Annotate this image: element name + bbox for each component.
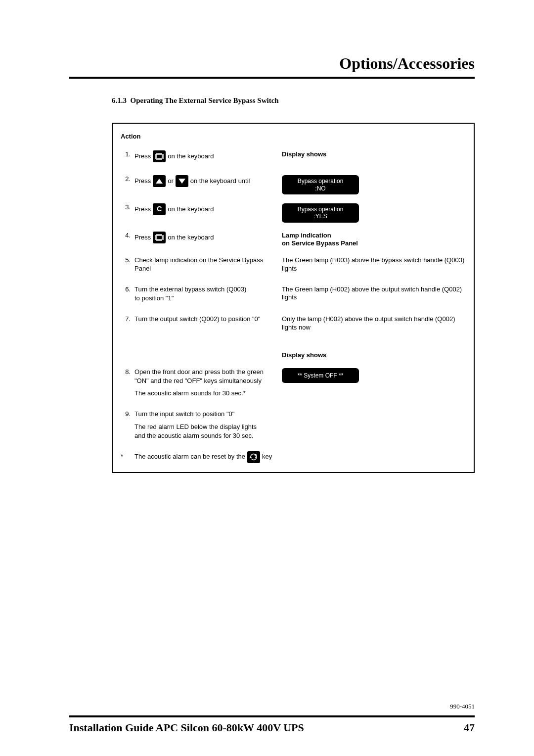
svg-marker-6	[178, 179, 185, 184]
text: to position "1"	[134, 294, 277, 302]
step-result: Display shows	[277, 150, 466, 158]
text: Lamp indication	[282, 232, 331, 239]
step-action: Press or on the keyboard until	[134, 175, 277, 187]
step-action: Open the front door and press both the g…	[134, 368, 277, 385]
step-row: 1. Press on the keyboard Display shows	[121, 150, 466, 162]
step-note: The red alarm LED below the display ligh…	[121, 423, 466, 440]
step-result: Display shows	[277, 351, 466, 359]
text: The red alarm LED below the display ligh…	[134, 423, 277, 440]
step-number: 6.	[121, 285, 131, 293]
footer-title: Installation Guide APC Silcon 60-80kW 40…	[69, 721, 304, 734]
step-row: 3. Press C on the keyboard Bypass operat…	[121, 203, 466, 223]
step-result: Lamp indication on Service Bypass Panel	[277, 232, 466, 248]
document-page: Options/Accessories 6.1.3 Operating The …	[0, 0, 534, 756]
text: Turn the external bypass switch (Q003)	[134, 285, 246, 293]
procedure-box: Action 1. Press on the keyboard Display …	[112, 123, 475, 473]
text: and the acoustic alarm sounds for 30 sec…	[134, 432, 277, 440]
step-number: 8.	[121, 368, 131, 376]
svg-rect-7	[156, 236, 162, 239]
step-action: Press on the keyboard	[134, 232, 277, 243]
step-result: The Green lamp (H002) above the output s…	[277, 285, 466, 302]
step-result: The Green lamp (H003) above the bypass s…	[277, 256, 466, 273]
step-row: Display shows	[121, 351, 466, 359]
text: The acoustic alarm sounds for 30 sec.*	[134, 389, 277, 397]
step-row: 9. Turn the input switch to position "0"	[121, 410, 466, 418]
lcd-display: Bypass operation :YES	[282, 203, 359, 223]
text: Press	[134, 205, 151, 213]
footnote-star: *	[121, 453, 131, 461]
section-heading: 6.1.3 Operating The External Service Byp…	[112, 96, 475, 105]
step-action: Turn the external bypass switch (Q003) t…	[134, 285, 277, 303]
step-number: 9.	[121, 410, 131, 418]
alarm-reset-key-icon	[247, 451, 260, 463]
text: on the keyboard until	[190, 177, 250, 185]
document-number: 990-4051	[450, 703, 475, 710]
action-heading: Action	[121, 133, 466, 141]
step-number: 5.	[121, 256, 131, 264]
step-action: Press on the keyboard	[134, 150, 277, 162]
step-number: 4.	[121, 232, 131, 239]
down-key-icon	[176, 175, 188, 187]
svg-point-12	[255, 456, 256, 457]
display-shows-label: Display shows	[282, 150, 326, 158]
text: Press	[134, 234, 151, 241]
footnote: * The acoustic alarm can be reset by the…	[121, 451, 466, 463]
text: Press	[134, 152, 151, 160]
chapter-title: Options/Accessories	[69, 54, 475, 79]
menu-key-icon	[153, 232, 166, 243]
step-number: 3.	[121, 203, 131, 211]
step-result: ** System OFF **	[277, 368, 466, 383]
text: "ON" and the red "OFF" keys simultaneous…	[134, 377, 277, 385]
step-row: 7. Turn the output switch (Q002) to posi…	[121, 315, 466, 331]
lcd-line: :NO	[315, 185, 325, 192]
step-row: 5. Check lamp indication on the Service …	[121, 256, 466, 273]
lcd-line: Bypass operation	[298, 206, 344, 213]
display-shows-label: Display shows	[282, 351, 326, 359]
step-number: 7.	[121, 315, 131, 323]
step-note: The acoustic alarm sounds for 30 sec.*	[121, 389, 466, 397]
menu-key-icon	[153, 150, 166, 162]
step-result: Bypass operation :YES	[277, 203, 466, 223]
step-row: 6. Turn the external bypass switch (Q003…	[121, 285, 466, 303]
text: on the keyboard	[168, 234, 214, 241]
lcd-display: Bypass operation :NO	[282, 175, 359, 194]
text: The red alarm LED below the display ligh…	[134, 423, 257, 430]
lcd-line: Bypass operation	[298, 178, 344, 185]
text: Press	[134, 177, 151, 185]
text: on the keyboard	[168, 152, 214, 160]
step-action: Turn the input switch to position "0"	[134, 410, 277, 418]
step-row: 2. Press or on the keyboard until Bypass…	[121, 175, 466, 194]
text: key	[262, 453, 272, 461]
step-action: Check lamp indication on the Service Byp…	[134, 256, 277, 273]
step-result: Only the lamp (H002) above the output sw…	[277, 315, 466, 331]
svg-marker-5	[156, 179, 163, 184]
section-title-text: Operating The External Service Bypass Sw…	[131, 96, 279, 104]
up-key-icon	[153, 175, 166, 187]
text: or	[168, 177, 174, 185]
lamp-heading: Lamp indication on Service Bypass Panel	[282, 232, 466, 248]
text: The acoustic alarm can be reset by the	[134, 453, 245, 461]
step-number: 2.	[121, 175, 131, 183]
c-key-icon: C	[153, 203, 166, 215]
svg-rect-0	[156, 154, 162, 158]
text: Open the front door and press both the g…	[134, 368, 264, 376]
step-number: 1.	[121, 150, 131, 158]
step-result: Bypass operation :NO	[277, 175, 466, 194]
step-action: Turn the output switch (Q002) to positio…	[134, 315, 277, 323]
text: on the keyboard	[168, 205, 214, 213]
lcd-display: ** System OFF **	[282, 368, 359, 383]
step-action: Press C on the keyboard	[134, 203, 277, 215]
section-number: 6.1.3	[112, 96, 127, 104]
text: on Service Bypass Panel	[282, 239, 358, 247]
step-row: 8. Open the front door and press both th…	[121, 368, 466, 385]
page-footer: Installation Guide APC Silcon 60-80kW 40…	[69, 715, 475, 734]
page-number: 47	[464, 721, 475, 734]
lcd-line: :YES	[313, 213, 327, 220]
step-row: 4. Press on the keyboard Lamp indication…	[121, 232, 466, 248]
